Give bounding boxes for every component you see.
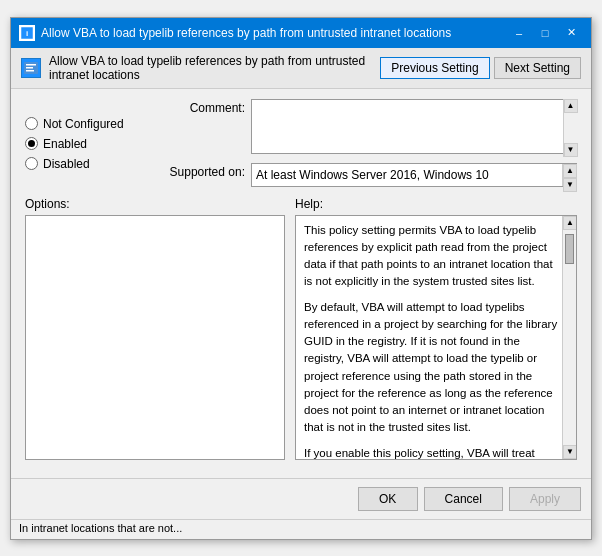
disabled-label: Disabled (43, 157, 90, 171)
scroll-track (564, 113, 577, 143)
title-text: Allow VBA to load typelib references by … (41, 26, 451, 40)
disabled-radio[interactable] (25, 157, 38, 170)
top-section: Not Configured Enabled Disabled Comment: (25, 99, 577, 187)
help-para3: If you enable this policy setting, VBA w… (304, 445, 560, 459)
options-box (25, 215, 285, 460)
supported-value: At least Windows Server 2016, Windows 10… (251, 163, 577, 187)
help-para1: This policy setting permits VBA to load … (304, 222, 560, 291)
help-scroll-up[interactable]: ▲ (563, 216, 577, 230)
right-fields: Comment: ▲ ▼ Supported on: (155, 99, 577, 187)
apply-button[interactable]: Apply (509, 487, 581, 511)
comment-scrollbar: ▲ ▼ (563, 99, 577, 157)
enabled-option[interactable]: Enabled (25, 137, 135, 151)
svg-rect-4 (26, 67, 33, 69)
not-configured-radio[interactable] (25, 117, 38, 130)
comment-container: ▲ ▼ (251, 99, 577, 157)
enabled-radio[interactable] (25, 137, 38, 150)
svg-text:i: i (26, 29, 28, 38)
scroll-up-arrow[interactable]: ▲ (564, 99, 578, 113)
previous-setting-button[interactable]: Previous Setting (380, 57, 489, 79)
title-bar: i Allow VBA to load typelib references b… (11, 18, 591, 48)
scroll-down-arrow[interactable]: ▼ (564, 143, 578, 157)
bottom-section: Options: Help: This policy setting permi… (25, 197, 577, 460)
footer: OK Cancel Apply (11, 478, 591, 519)
help-scrollbar: ▲ ▼ (562, 216, 576, 459)
supported-scroll-down[interactable]: ▼ (563, 178, 577, 192)
minimize-button[interactable]: – (507, 23, 531, 43)
cancel-button[interactable]: Cancel (424, 487, 503, 511)
help-label: Help: (295, 197, 577, 211)
help-panel: Help: This policy setting permits VBA to… (295, 197, 577, 460)
title-bar-left: i Allow VBA to load typelib references b… (19, 25, 451, 41)
policy-icon (21, 58, 41, 78)
header-bar: Allow VBA to load typelib references by … (11, 48, 591, 89)
content-area: Not Configured Enabled Disabled Comment: (11, 89, 591, 478)
options-panel: Options: (25, 197, 285, 460)
svg-rect-3 (26, 64, 36, 66)
options-label: Options: (25, 197, 285, 211)
dialog-icon: i (19, 25, 35, 41)
close-button[interactable]: ✕ (559, 23, 583, 43)
help-text: This policy setting permits VBA to load … (296, 216, 576, 459)
help-box: This policy setting permits VBA to load … (295, 215, 577, 460)
help-para2: By default, VBA will attempt to load typ… (304, 299, 560, 437)
supported-scroll-up[interactable]: ▲ (563, 164, 577, 178)
disabled-option[interactable]: Disabled (25, 157, 135, 171)
header-title: Allow VBA to load typelib references by … (49, 54, 372, 82)
comment-input[interactable] (251, 99, 577, 154)
ok-button[interactable]: OK (358, 487, 418, 511)
svg-rect-5 (26, 70, 34, 72)
not-configured-label: Not Configured (43, 117, 124, 131)
status-text: In intranet locations that are not... (19, 522, 182, 534)
help-scroll-down[interactable]: ▼ (563, 445, 577, 459)
title-controls: – □ ✕ (507, 23, 583, 43)
main-dialog: i Allow VBA to load typelib references b… (10, 17, 592, 540)
maximize-button[interactable]: □ (533, 23, 557, 43)
next-setting-button[interactable]: Next Setting (494, 57, 581, 79)
comment-label: Comment: (155, 99, 245, 115)
comment-row: Comment: ▲ ▼ (155, 99, 577, 157)
enabled-label: Enabled (43, 137, 87, 151)
radio-group: Not Configured Enabled Disabled (25, 99, 135, 187)
header-buttons: Previous Setting Next Setting (380, 57, 581, 79)
supported-text: At least Windows Server 2016, Windows 10 (256, 168, 489, 182)
status-bar: In intranet locations that are not... (11, 519, 591, 539)
not-configured-option[interactable]: Not Configured (25, 117, 135, 131)
supported-row: Supported on: At least Windows Server 20… (155, 163, 577, 187)
supported-label: Supported on: (155, 163, 245, 179)
